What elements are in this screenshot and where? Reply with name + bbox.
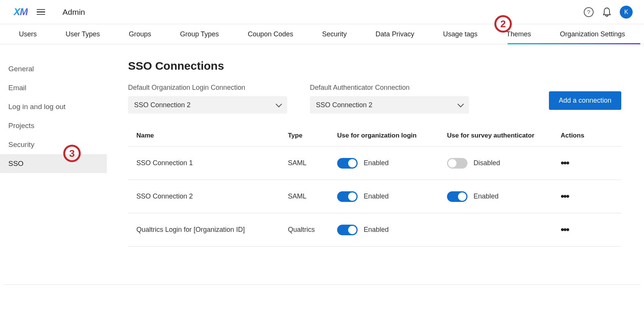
table-header-row: Name Type Use for organization login Use… — [128, 125, 621, 147]
tab-usage-tags[interactable]: Usage tags — [443, 30, 478, 38]
connections-table: Name Type Use for organization login Use… — [128, 125, 621, 247]
cell-type: Qualtrics — [280, 213, 329, 247]
nav-tabs: Users User Types Groups Group Types Coup… — [0, 24, 644, 44]
active-tab-underline — [508, 43, 640, 44]
row-actions-menu[interactable]: ••• — [561, 191, 569, 202]
col-type: Type — [280, 125, 329, 147]
org-login-toggle[interactable] — [337, 225, 358, 235]
default-org-login-group: Default Organization Login Connection SS… — [128, 84, 287, 114]
add-connection-button[interactable]: Add a connection — [549, 91, 621, 110]
col-name: Name — [128, 125, 280, 147]
page-title: SSO Connections — [128, 59, 621, 72]
tab-coupon-codes[interactable]: Coupon Codes — [248, 30, 293, 38]
chevron-down-icon — [458, 101, 464, 108]
page-bottom-divider — [4, 284, 640, 285]
tab-user-types[interactable]: User Types — [66, 30, 100, 38]
row-actions-menu[interactable]: ••• — [561, 157, 569, 169]
hamburger-menu-icon[interactable] — [37, 8, 45, 16]
col-org-login: Use for organization login — [329, 125, 439, 147]
help-icon: ? — [584, 7, 594, 17]
controls-row: Default Organization Login Connection SS… — [128, 84, 621, 114]
sidebar-item-email[interactable]: Email — [0, 78, 107, 97]
cell-org-login: Enabled — [329, 180, 439, 213]
default-auth-group: Default Authenticator Connection SSO Con… — [310, 84, 469, 114]
tab-data-privacy[interactable]: Data Privacy — [375, 30, 414, 38]
top-header: XM Admin ? K — [0, 0, 644, 24]
org-login-toggle[interactable] — [337, 158, 358, 169]
org-login-status: Enabled — [364, 192, 389, 200]
sidebar: General Email Log in and log out Project… — [0, 44, 107, 262]
sidebar-item-sso[interactable]: SSO — [0, 154, 107, 173]
row-actions-menu[interactable]: ••• — [561, 224, 569, 235]
default-org-login-value: SSO Connection 2 — [134, 101, 191, 109]
tab-groups[interactable]: Groups — [129, 30, 151, 38]
main-content: SSO Connections Default Organization Log… — [107, 44, 644, 262]
org-login-toggle[interactable] — [337, 191, 358, 202]
tab-organization-settings[interactable]: Organization Settings — [560, 30, 625, 38]
cell-type: SAML — [280, 147, 329, 180]
sidebar-item-projects[interactable]: Projects — [0, 116, 107, 135]
org-login-status: Enabled — [364, 226, 389, 234]
user-avatar[interactable]: K — [620, 6, 633, 19]
default-org-login-select[interactable]: SSO Connection 2 — [128, 96, 287, 114]
col-survey-auth: Use for survey authenticator — [439, 125, 552, 147]
default-auth-label: Default Authenticator Connection — [310, 84, 469, 92]
sidebar-item-general[interactable]: General — [0, 59, 107, 78]
survey-auth-toggle[interactable] — [447, 158, 467, 169]
cell-survey-auth: Disabled — [439, 147, 552, 180]
cell-type: SAML — [280, 180, 329, 213]
default-auth-value: SSO Connection 2 — [316, 101, 372, 109]
app-title: Admin — [63, 8, 85, 17]
header-actions: ? K — [583, 6, 633, 19]
sidebar-item-security[interactable]: Security — [0, 135, 107, 154]
cell-org-login: Enabled — [329, 213, 439, 247]
col-actions: Actions — [552, 125, 621, 147]
default-auth-select[interactable]: SSO Connection 2 — [310, 96, 469, 114]
tab-themes[interactable]: Themes — [506, 30, 531, 38]
bell-icon — [602, 7, 611, 17]
table-row: Qualtrics Login for [Organization ID] Qu… — [128, 213, 621, 247]
default-org-login-label: Default Organization Login Connection — [128, 84, 287, 92]
chevron-down-icon — [276, 101, 282, 108]
cell-survey-auth: Enabled — [439, 180, 552, 213]
survey-auth-status: Enabled — [474, 192, 499, 200]
tab-users[interactable]: Users — [19, 30, 37, 38]
tab-security[interactable]: Security — [322, 30, 347, 38]
cell-survey-auth — [439, 213, 552, 247]
cell-org-login: Enabled — [329, 147, 439, 180]
cell-name: SSO Connection 2 — [128, 180, 280, 213]
table-row: SSO Connection 1 SAML Enabled Disabled — [128, 147, 621, 180]
org-login-status: Enabled — [364, 159, 389, 167]
table-row: SSO Connection 2 SAML Enabled Enabled — [128, 180, 621, 213]
cell-name: SSO Connection 1 — [128, 147, 280, 180]
content-area: General Email Log in and log out Project… — [0, 44, 644, 262]
help-button[interactable]: ? — [583, 7, 594, 17]
cell-name: Qualtrics Login for [Organization ID] — [128, 213, 280, 247]
survey-auth-toggle[interactable] — [447, 191, 467, 202]
xm-logo[interactable]: XM — [14, 6, 28, 18]
sidebar-item-login-logout[interactable]: Log in and log out — [0, 97, 107, 116]
notifications-button[interactable] — [602, 7, 612, 17]
survey-auth-status: Disabled — [474, 159, 500, 167]
tab-group-types[interactable]: Group Types — [180, 30, 219, 38]
